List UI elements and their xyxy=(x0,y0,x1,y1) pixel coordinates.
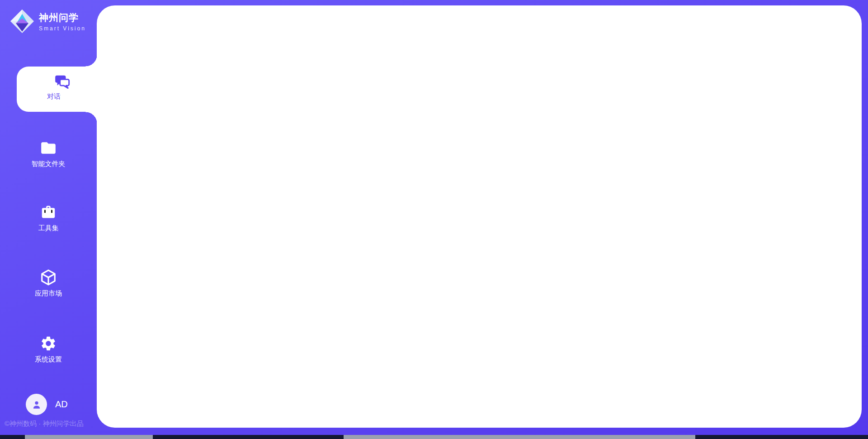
sidebar: 神州问学 Smart Vision 对话 智能文件夹 工具集 应用市场 系统设置… xyxy=(0,0,97,439)
gear-icon xyxy=(40,335,57,352)
brand-title: 神州问学 xyxy=(39,11,86,24)
sidebar-item-chat[interactable]: 对话 xyxy=(17,67,97,112)
toolbox-icon xyxy=(40,204,57,221)
sidebar-item-smart-folders[interactable]: 智能文件夹 xyxy=(0,139,97,168)
cube-icon xyxy=(40,269,57,286)
sidebar-item-toolset[interactable]: 工具集 xyxy=(0,204,97,233)
avatar xyxy=(26,394,47,415)
main-panel xyxy=(97,5,862,428)
scrollbar-thumb[interactable] xyxy=(344,435,695,439)
scrollbar-thumb[interactable] xyxy=(25,435,153,439)
brand-logo-gem-icon xyxy=(10,9,34,33)
sidebar-footer: ©神州数码 · 神州问学出品 xyxy=(5,420,83,428)
sidebar-item-label: 系统设置 xyxy=(0,355,97,364)
horizontal-scrollbar[interactable] xyxy=(0,435,868,439)
sidebar-item-app-market[interactable]: 应用市场 xyxy=(0,269,97,298)
sidebar-item-label: 工具集 xyxy=(0,224,97,233)
sidebar-item-label: 智能文件夹 xyxy=(0,160,97,168)
person-icon xyxy=(31,399,42,410)
chat-bubbles-icon xyxy=(53,73,71,91)
sidebar-item-label: 对话 xyxy=(10,92,97,101)
user-chip[interactable]: AD xyxy=(26,394,68,415)
brand-subtitle: Smart Vision xyxy=(39,25,86,32)
user-name: AD xyxy=(55,399,68,410)
folder-icon xyxy=(40,139,57,157)
sidebar-item-settings[interactable]: 系统设置 xyxy=(0,335,97,364)
brand: 神州问学 Smart Vision xyxy=(10,9,86,33)
sidebar-item-label: 应用市场 xyxy=(0,289,97,298)
